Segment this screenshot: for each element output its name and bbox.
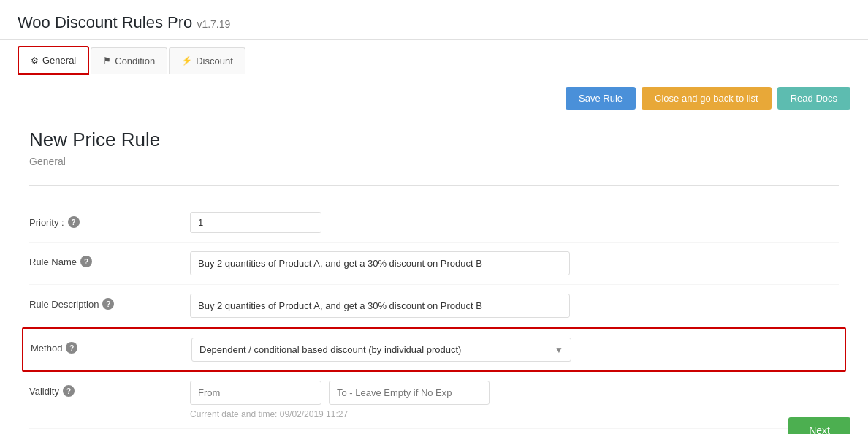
tab-general-label: General xyxy=(42,55,76,66)
method-row: Method ? Dependent / conditional based d… xyxy=(22,327,846,372)
general-tab-icon: ⚙ xyxy=(31,56,39,66)
main-content: New Price Rule General Priority : ? Rule… xyxy=(0,121,868,434)
section-label: General xyxy=(29,156,839,167)
validity-control: Current date and time: 09/02/2019 11:27 xyxy=(190,381,839,419)
tabs-bar: ⚙ General ⚑ Condition ⚡ Discount xyxy=(0,40,868,75)
validity-row: Validity ? Current date and time: 09/02/… xyxy=(29,372,839,429)
validity-from-input[interactable] xyxy=(190,381,321,405)
rule-description-input[interactable] xyxy=(190,294,570,318)
app-version: v1.7.19 xyxy=(197,18,230,30)
method-label: Method ? xyxy=(31,338,191,354)
priority-control xyxy=(190,212,839,233)
validity-to-input[interactable] xyxy=(329,381,490,405)
action-bar: Save Rule Close and go back to list Read… xyxy=(0,75,868,121)
page-title: New Price Rule xyxy=(29,129,839,151)
discount-tab-icon: ⚡ xyxy=(181,56,192,66)
save-rule-button[interactable]: Save Rule xyxy=(566,87,636,110)
rule-description-control xyxy=(190,294,839,318)
validity-label: Validity ? xyxy=(29,381,190,397)
rule-name-input[interactable] xyxy=(190,251,570,275)
header: Woo Discount Rules Pro v1.7.19 xyxy=(0,0,868,40)
next-button[interactable]: Next xyxy=(788,417,850,434)
rule-name-row: Rule Name ? xyxy=(29,243,839,285)
tab-general[interactable]: ⚙ General xyxy=(18,46,89,75)
validity-hint: Current date and time: 09/02/2019 11:27 xyxy=(190,409,839,419)
app-title: Woo Discount Rules Pro v1.7.19 xyxy=(18,13,850,32)
condition-tab-icon: ⚑ xyxy=(103,56,111,66)
priority-input[interactable] xyxy=(190,212,321,233)
validity-help-icon[interactable]: ? xyxy=(63,385,75,397)
method-select-wrapper: Dependent / conditional based discount (… xyxy=(191,338,571,362)
method-select-arrow-icon: ▼ xyxy=(547,345,571,355)
next-button-wrapper: Next xyxy=(788,417,850,434)
tab-condition[interactable]: ⚑ Condition xyxy=(91,47,167,74)
app-title-text: Woo Discount Rules Pro xyxy=(18,13,192,31)
tab-discount[interactable]: ⚡ Discount xyxy=(169,47,245,74)
read-docs-button[interactable]: Read Docs xyxy=(777,87,850,110)
priority-help-icon[interactable]: ? xyxy=(68,216,80,228)
section-divider xyxy=(29,185,839,186)
rule-name-help-icon[interactable]: ? xyxy=(80,256,92,267)
rule-name-label: Rule Name ? xyxy=(29,251,190,267)
tab-discount-label: Discount xyxy=(196,56,233,66)
validity-inputs-wrapper xyxy=(190,381,839,405)
method-help-icon[interactable]: ? xyxy=(66,342,77,354)
priority-row: Priority : ? xyxy=(29,203,839,243)
rule-description-label: Rule Description ? xyxy=(29,294,190,310)
rule-description-row: Rule Description ? xyxy=(29,285,839,327)
method-control: Dependent / conditional based discount (… xyxy=(191,338,837,362)
rule-name-control xyxy=(190,251,839,275)
tab-condition-label: Condition xyxy=(115,56,155,66)
priority-label: Priority : ? xyxy=(29,212,190,228)
close-back-button[interactable]: Close and go back to list xyxy=(642,87,772,110)
rule-description-help-icon[interactable]: ? xyxy=(102,298,114,310)
method-select[interactable]: Dependent / conditional based discount (… xyxy=(192,338,547,361)
